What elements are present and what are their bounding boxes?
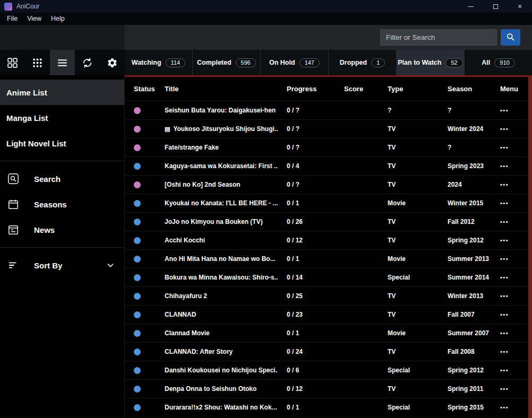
refresh-button[interactable] [75,50,100,75]
row-menu-button[interactable]: ••• [500,144,509,151]
cell-type: ? [379,107,439,114]
tab-label: On Hold [269,59,295,66]
column-header-season[interactable]: Season [439,85,491,93]
table-row[interactable]: [Oshi no Ko] 2nd Season0 / ?TV2024••• [125,175,528,194]
row-menu-button[interactable]: ••• [500,107,509,114]
tab-dropped[interactable]: Dropped1 [329,50,397,75]
status-dot-icon [134,311,141,318]
sidebar-nav: Anime ListManga ListLight Novel List [0,80,124,156]
list-icon [57,57,68,68]
cell-status [125,218,156,225]
cell-menu: ••• [491,144,528,151]
column-header-title[interactable]: Title [156,85,278,93]
table-row[interactable]: Chihayafuru 20 / 25TVWinter 2013••• [125,286,528,305]
column-header-score[interactable]: Score [335,85,379,93]
table-row[interactable]: Durarara!!x2 Shou: Watashi no Kok...0 / … [125,398,528,416]
row-menu-button[interactable]: ••• [500,349,509,355]
table-row[interactable]: Denpa Onna to Seishun Otoko0 / 12TVSprin… [125,379,528,398]
minimize-button[interactable] [459,0,483,13]
column-header-menu[interactable]: Menu [491,85,528,93]
table-row[interactable]: Danshi Koukousei no Nichijou Speci...0 /… [125,361,528,379]
tab-all[interactable]: All910 [465,50,532,75]
table-row[interactable]: Acchi Kocchi0 / 12TVSpring 2012••• [125,231,528,249]
row-menu-button[interactable]: ••• [500,200,509,206]
table-row[interactable]: CLANNAD0 / 23TVFall 2007••• [125,305,528,324]
cell-status [125,404,156,411]
chevron-down-icon [106,260,115,270]
cell-title: [Oshi no Ko] 2nd Season [156,181,278,188]
sidebar-toolbar [0,50,125,75]
sidebar-item-seasons[interactable]: Seasons [0,191,124,217]
cell-status [125,274,156,281]
row-menu-button[interactable]: ••• [500,256,509,262]
row-menu-button[interactable]: ••• [500,293,509,299]
status-dot-icon [134,200,141,207]
menu-bar: FileViewHelp [0,13,532,25]
table-row[interactable]: Bokura wa Minna Kawaisou: Shiro-s...0 / … [125,268,528,286]
sidebar-item-manga-list[interactable]: Manga List [0,105,124,130]
row-menu-button[interactable]: ••• [500,386,509,392]
cell-progress: 0 / 1 [278,255,335,263]
cell-title: ▤Youkoso Jitsuryoku Shijou Shugi... [156,125,278,133]
row-menu-button[interactable]: ••• [500,163,509,169]
table-row[interactable]: Fate/strange Fake0 / ?TV?••• [125,138,528,156]
app-icon [4,3,12,11]
column-header-type[interactable]: Type [379,85,439,93]
menu-file[interactable]: File [2,13,22,25]
tab-completed[interactable]: Completed596 [193,50,261,75]
vertical-scrollbar[interactable] [528,77,532,418]
cell-menu: ••• [491,367,528,374]
row-menu-button[interactable]: ••• [500,237,509,243]
column-header-status[interactable]: Status [125,85,156,93]
table-row[interactable]: JoJo no Kimyou na Bouken (TV)0 / 26TVFal… [125,212,528,231]
menu-view[interactable]: View [22,13,46,25]
table-row[interactable]: Clannad Movie0 / 1MovieSummer 2007••• [125,324,528,342]
column-header-progress[interactable]: Progress [278,85,335,93]
table-row[interactable]: Kaguya-sama wa Kokurasetai: First ...0 /… [125,156,528,175]
tab-plan-to-watch[interactable]: Plan to Watch52 [397,50,465,75]
table-row[interactable]: Kyoukai no Kanata: I'LL BE HERE - ...0 /… [125,194,528,212]
row-menu-button[interactable]: ••• [500,219,509,225]
sidebar-item-light-novel-list[interactable]: Light Novel List [0,130,124,156]
sidebar-item-news[interactable]: News [0,217,124,242]
sidebar-item-search[interactable]: Search [0,166,124,191]
cell-menu: ••• [491,348,528,355]
maximize-button[interactable] [483,0,508,13]
cell-type: TV [379,218,439,225]
table-row[interactable]: Ano Hi Mita Hana no Namae wo Bo...0 / 1M… [125,249,528,268]
row-menu-button[interactable]: ••• [500,181,509,188]
table-row[interactable]: Seishun Buta Yarou: Daigakusei-hen0 / ??… [125,101,528,119]
status-dot-icon [134,349,141,355]
row-menu-button[interactable]: ••• [500,330,509,336]
search-button[interactable] [501,29,520,46]
tab-watching[interactable]: Watching114 [125,50,193,75]
compact-view-button[interactable] [25,50,50,75]
filter-search-input[interactable] [380,29,497,46]
tab-count-badge: 596 [236,58,256,67]
cell-title: CLANNAD [156,311,278,318]
menu-help[interactable]: Help [46,13,70,25]
close-button[interactable]: × [508,0,532,13]
cell-status [125,107,156,114]
list-view-button[interactable] [50,50,75,75]
sort-by-button[interactable]: Sort By [0,252,124,278]
status-dot-icon [134,181,141,188]
settings-button[interactable] [100,50,125,75]
table-row[interactable]: ▤Youkoso Jitsuryoku Shijou Shugi...0 / ?… [125,119,528,138]
cell-progress: 0 / ? [278,107,335,114]
table-header: StatusTitleProgressScoreTypeSeasonMenu [125,77,528,101]
row-menu-button[interactable]: ••• [500,126,509,132]
cell-season: Winter 2024 [439,125,491,133]
sidebar-item-anime-list[interactable]: Anime List [0,80,124,105]
table-row[interactable]: CLANNAD: After Story0 / 24TVFall 2008••• [125,342,528,361]
sidebar-top-strip [0,25,125,50]
row-menu-button[interactable]: ••• [500,274,509,281]
document-icon: ▤ [165,126,170,132]
row-menu-button[interactable]: ••• [500,404,509,411]
tab-on-hold[interactable]: On Hold147 [261,50,329,75]
magnifier-icon [505,32,516,43]
cell-title: Acchi Kocchi [156,237,278,244]
card-view-button[interactable] [0,50,25,75]
row-menu-button[interactable]: ••• [500,311,509,318]
row-menu-button[interactable]: ••• [500,367,509,373]
